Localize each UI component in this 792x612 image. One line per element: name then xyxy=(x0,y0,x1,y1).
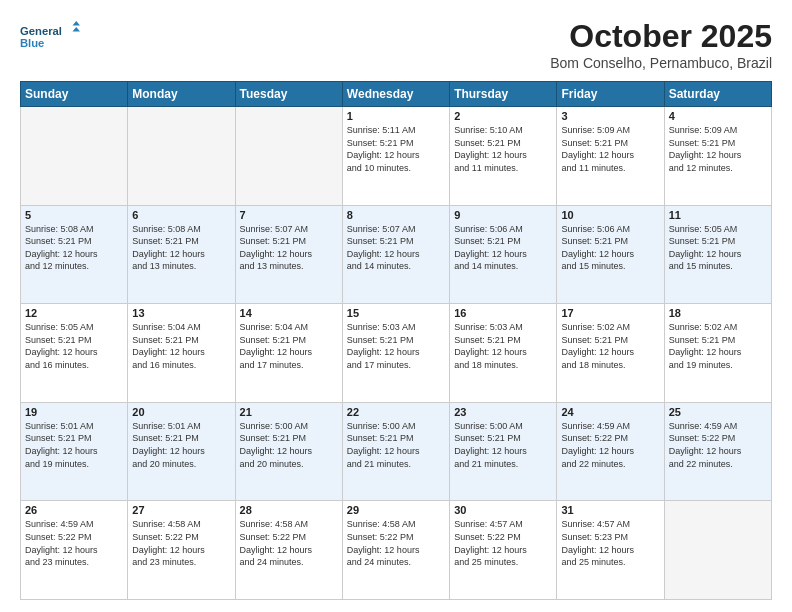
table-row: 13Sunrise: 5:04 AMSunset: 5:21 PMDayligh… xyxy=(128,304,235,403)
table-row: 26Sunrise: 4:59 AMSunset: 5:22 PMDayligh… xyxy=(21,501,128,600)
day-number: 2 xyxy=(454,110,552,122)
col-thursday: Thursday xyxy=(450,82,557,107)
month-title: October 2025 xyxy=(550,18,772,55)
cell-info: Sunrise: 4:58 AMSunset: 5:22 PMDaylight:… xyxy=(347,518,445,568)
table-row: 14Sunrise: 5:04 AMSunset: 5:21 PMDayligh… xyxy=(235,304,342,403)
table-row: 6Sunrise: 5:08 AMSunset: 5:21 PMDaylight… xyxy=(128,205,235,304)
day-number: 22 xyxy=(347,406,445,418)
svg-marker-2 xyxy=(73,21,81,26)
logo: General Blue xyxy=(20,18,80,54)
cell-info: Sunrise: 5:04 AMSunset: 5:21 PMDaylight:… xyxy=(240,321,338,371)
cell-info: Sunrise: 5:00 AMSunset: 5:21 PMDaylight:… xyxy=(454,420,552,470)
table-row: 23Sunrise: 5:00 AMSunset: 5:21 PMDayligh… xyxy=(450,402,557,501)
table-row: 11Sunrise: 5:05 AMSunset: 5:21 PMDayligh… xyxy=(664,205,771,304)
table-row: 8Sunrise: 5:07 AMSunset: 5:21 PMDaylight… xyxy=(342,205,449,304)
header-row: Sunday Monday Tuesday Wednesday Thursday… xyxy=(21,82,772,107)
table-row: 27Sunrise: 4:58 AMSunset: 5:22 PMDayligh… xyxy=(128,501,235,600)
day-number: 7 xyxy=(240,209,338,221)
table-row: 4Sunrise: 5:09 AMSunset: 5:21 PMDaylight… xyxy=(664,107,771,206)
table-row: 30Sunrise: 4:57 AMSunset: 5:22 PMDayligh… xyxy=(450,501,557,600)
cell-info: Sunrise: 5:02 AMSunset: 5:21 PMDaylight:… xyxy=(561,321,659,371)
cell-info: Sunrise: 5:01 AMSunset: 5:21 PMDaylight:… xyxy=(25,420,123,470)
svg-text:Blue: Blue xyxy=(20,37,44,49)
table-row: 10Sunrise: 5:06 AMSunset: 5:21 PMDayligh… xyxy=(557,205,664,304)
col-friday: Friday xyxy=(557,82,664,107)
day-number: 26 xyxy=(25,504,123,516)
day-number: 16 xyxy=(454,307,552,319)
table-row: 9Sunrise: 5:06 AMSunset: 5:21 PMDaylight… xyxy=(450,205,557,304)
cell-info: Sunrise: 4:59 AMSunset: 5:22 PMDaylight:… xyxy=(669,420,767,470)
day-number: 11 xyxy=(669,209,767,221)
cell-info: Sunrise: 5:09 AMSunset: 5:21 PMDaylight:… xyxy=(669,124,767,174)
day-number: 18 xyxy=(669,307,767,319)
day-number: 23 xyxy=(454,406,552,418)
table-row xyxy=(664,501,771,600)
day-number: 6 xyxy=(132,209,230,221)
table-row: 31Sunrise: 4:57 AMSunset: 5:23 PMDayligh… xyxy=(557,501,664,600)
col-sunday: Sunday xyxy=(21,82,128,107)
cell-info: Sunrise: 5:10 AMSunset: 5:21 PMDaylight:… xyxy=(454,124,552,174)
cell-info: Sunrise: 5:02 AMSunset: 5:21 PMDaylight:… xyxy=(669,321,767,371)
cell-info: Sunrise: 4:58 AMSunset: 5:22 PMDaylight:… xyxy=(132,518,230,568)
cell-info: Sunrise: 5:05 AMSunset: 5:21 PMDaylight:… xyxy=(669,223,767,273)
day-number: 15 xyxy=(347,307,445,319)
cell-info: Sunrise: 5:00 AMSunset: 5:21 PMDaylight:… xyxy=(240,420,338,470)
calendar-week-row: 12Sunrise: 5:05 AMSunset: 5:21 PMDayligh… xyxy=(21,304,772,403)
cell-info: Sunrise: 4:57 AMSunset: 5:23 PMDaylight:… xyxy=(561,518,659,568)
svg-marker-3 xyxy=(73,27,81,32)
calendar-table: Sunday Monday Tuesday Wednesday Thursday… xyxy=(20,81,772,600)
cell-info: Sunrise: 5:07 AMSunset: 5:21 PMDaylight:… xyxy=(347,223,445,273)
table-row: 19Sunrise: 5:01 AMSunset: 5:21 PMDayligh… xyxy=(21,402,128,501)
table-row: 2Sunrise: 5:10 AMSunset: 5:21 PMDaylight… xyxy=(450,107,557,206)
cell-info: Sunrise: 5:03 AMSunset: 5:21 PMDaylight:… xyxy=(347,321,445,371)
table-row: 25Sunrise: 4:59 AMSunset: 5:22 PMDayligh… xyxy=(664,402,771,501)
day-number: 20 xyxy=(132,406,230,418)
table-row: 21Sunrise: 5:00 AMSunset: 5:21 PMDayligh… xyxy=(235,402,342,501)
table-row xyxy=(235,107,342,206)
location: Bom Conselho, Pernambuco, Brazil xyxy=(550,55,772,71)
table-row: 29Sunrise: 4:58 AMSunset: 5:22 PMDayligh… xyxy=(342,501,449,600)
cell-info: Sunrise: 5:07 AMSunset: 5:21 PMDaylight:… xyxy=(240,223,338,273)
day-number: 13 xyxy=(132,307,230,319)
day-number: 17 xyxy=(561,307,659,319)
day-number: 19 xyxy=(25,406,123,418)
cell-info: Sunrise: 5:04 AMSunset: 5:21 PMDaylight:… xyxy=(132,321,230,371)
page: General Blue October 2025 Bom Conselho, … xyxy=(0,0,792,612)
cell-info: Sunrise: 5:06 AMSunset: 5:21 PMDaylight:… xyxy=(561,223,659,273)
table-row: 22Sunrise: 5:00 AMSunset: 5:21 PMDayligh… xyxy=(342,402,449,501)
table-row: 28Sunrise: 4:58 AMSunset: 5:22 PMDayligh… xyxy=(235,501,342,600)
day-number: 27 xyxy=(132,504,230,516)
calendar-week-row: 5Sunrise: 5:08 AMSunset: 5:21 PMDaylight… xyxy=(21,205,772,304)
day-number: 31 xyxy=(561,504,659,516)
day-number: 8 xyxy=(347,209,445,221)
table-row: 5Sunrise: 5:08 AMSunset: 5:21 PMDaylight… xyxy=(21,205,128,304)
day-number: 29 xyxy=(347,504,445,516)
cell-info: Sunrise: 4:59 AMSunset: 5:22 PMDaylight:… xyxy=(25,518,123,568)
day-number: 28 xyxy=(240,504,338,516)
day-number: 3 xyxy=(561,110,659,122)
cell-info: Sunrise: 5:06 AMSunset: 5:21 PMDaylight:… xyxy=(454,223,552,273)
cell-info: Sunrise: 5:08 AMSunset: 5:21 PMDaylight:… xyxy=(25,223,123,273)
day-number: 21 xyxy=(240,406,338,418)
day-number: 10 xyxy=(561,209,659,221)
cell-info: Sunrise: 5:11 AMSunset: 5:21 PMDaylight:… xyxy=(347,124,445,174)
svg-text:General: General xyxy=(20,25,62,37)
table-row: 18Sunrise: 5:02 AMSunset: 5:21 PMDayligh… xyxy=(664,304,771,403)
cell-info: Sunrise: 5:09 AMSunset: 5:21 PMDaylight:… xyxy=(561,124,659,174)
table-row: 3Sunrise: 5:09 AMSunset: 5:21 PMDaylight… xyxy=(557,107,664,206)
cell-info: Sunrise: 5:00 AMSunset: 5:21 PMDaylight:… xyxy=(347,420,445,470)
header: General Blue October 2025 Bom Conselho, … xyxy=(20,18,772,71)
cell-info: Sunrise: 5:03 AMSunset: 5:21 PMDaylight:… xyxy=(454,321,552,371)
day-number: 25 xyxy=(669,406,767,418)
table-row: 16Sunrise: 5:03 AMSunset: 5:21 PMDayligh… xyxy=(450,304,557,403)
cell-info: Sunrise: 5:01 AMSunset: 5:21 PMDaylight:… xyxy=(132,420,230,470)
calendar-week-row: 19Sunrise: 5:01 AMSunset: 5:21 PMDayligh… xyxy=(21,402,772,501)
cell-info: Sunrise: 4:58 AMSunset: 5:22 PMDaylight:… xyxy=(240,518,338,568)
col-monday: Monday xyxy=(128,82,235,107)
table-row: 1Sunrise: 5:11 AMSunset: 5:21 PMDaylight… xyxy=(342,107,449,206)
table-row xyxy=(128,107,235,206)
table-row: 24Sunrise: 4:59 AMSunset: 5:22 PMDayligh… xyxy=(557,402,664,501)
col-saturday: Saturday xyxy=(664,82,771,107)
table-row: 7Sunrise: 5:07 AMSunset: 5:21 PMDaylight… xyxy=(235,205,342,304)
day-number: 1 xyxy=(347,110,445,122)
